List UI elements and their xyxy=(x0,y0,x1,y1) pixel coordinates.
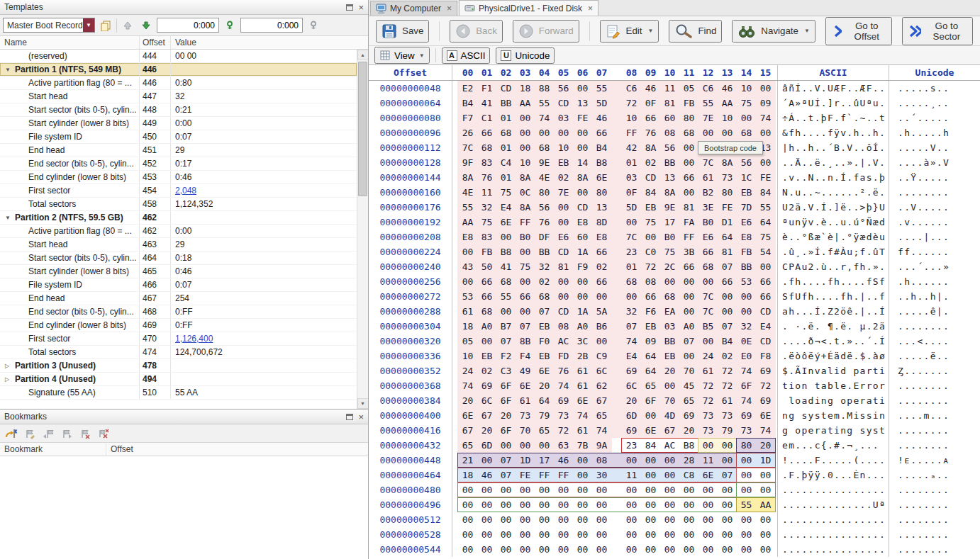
hex-byte[interactable]: 1D xyxy=(756,455,775,465)
hex-byte[interactable]: 6E xyxy=(573,395,592,406)
hex-byte[interactable]: 00 xyxy=(679,187,698,198)
hex-byte[interactable]: 74 xyxy=(611,336,641,346)
hex-byte[interactable]: 00 xyxy=(592,291,611,302)
float-panel-icon[interactable] xyxy=(346,4,353,11)
hex-byte[interactable]: 67 xyxy=(592,395,611,406)
hex-byte[interactable]: 79 xyxy=(535,410,554,421)
float-panel-icon[interactable] xyxy=(346,414,353,420)
hex-byte[interactable]: 69 xyxy=(756,395,775,406)
unicode-text[interactable]: ........ xyxy=(889,512,980,527)
hex-byte[interactable]: 8A xyxy=(516,172,535,183)
hex-byte[interactable]: 00 xyxy=(496,499,516,510)
hex-byte[interactable]: 76 xyxy=(641,128,660,138)
hex-byte[interactable]: 02 xyxy=(718,351,737,361)
hex-byte[interactable]: 6E xyxy=(535,366,554,376)
hex-byte[interactable]: 67 xyxy=(458,425,477,436)
previous-bookmark-button[interactable] xyxy=(41,427,55,441)
hex-byte[interactable]: 84 xyxy=(641,187,660,198)
hex-byte[interactable]: 6E xyxy=(516,380,535,391)
hex-byte[interactable]: 08 xyxy=(554,321,573,332)
hex-byte[interactable]: 3C xyxy=(573,336,592,346)
hex-byte[interactable]: 00 xyxy=(660,276,679,287)
ascii-text[interactable]: SfUfh....fh.|..f xyxy=(777,289,889,304)
hex-byte[interactable]: 00 xyxy=(458,514,477,525)
ascii-text[interactable]: ................ xyxy=(777,542,889,557)
hex-byte[interactable]: 5D xyxy=(592,98,611,108)
template-offset-secondary-input[interactable] xyxy=(240,18,303,33)
hex-byte[interactable]: F7 xyxy=(458,113,477,123)
hex-byte[interactable]: 09 xyxy=(641,336,660,346)
ascii-text[interactable]: ................ xyxy=(777,482,889,497)
hex-byte[interactable]: 00 xyxy=(496,306,516,317)
ascii-text[interactable]: &fh....fÿv.h..h. xyxy=(777,125,889,140)
hex-byte[interactable]: 74 xyxy=(756,113,775,123)
ascii-text[interactable]: è..°ßæ`è|.°ÿædèu xyxy=(777,230,889,244)
hex-byte[interactable]: F9 xyxy=(573,261,592,272)
unicode-text[interactable]: ....m... xyxy=(889,408,980,423)
hex-byte[interactable]: 00 xyxy=(660,499,679,510)
forward-button[interactable]: Forward xyxy=(513,20,579,43)
template-row[interactable]: Start cylinder (lower 8 bits)4490:00 xyxy=(0,117,357,130)
hex-byte[interactable]: E8 xyxy=(458,232,477,242)
hex-byte[interactable]: F4 xyxy=(516,351,535,361)
hex-byte[interactable]: 69 xyxy=(554,395,573,406)
ascii-text[interactable]: .v..N..n.Í.fas.þ xyxy=(777,170,889,185)
unicode-text[interactable]: ........ xyxy=(889,438,980,453)
template-row[interactable]: First sector4542,048 xyxy=(0,184,357,198)
hex-byte[interactable]: 66 xyxy=(592,128,611,138)
ascii-text[interactable]: .û¸.»Í.f#Àu;f.ûT xyxy=(777,244,889,259)
hex-byte[interactable]: 00 xyxy=(641,499,660,510)
hex-byte[interactable]: BB xyxy=(660,157,679,168)
hex-byte[interactable]: 13 xyxy=(573,98,592,108)
hex-byte[interactable]: 72 xyxy=(756,380,775,391)
hex-byte[interactable]: EA xyxy=(660,306,679,317)
hex-byte[interactable]: 68 xyxy=(535,142,554,153)
bootstrap-code[interactable]: B441BBAA55CD135D720F81FB55AA7509 xyxy=(457,96,776,111)
hex-byte[interactable]: 80 xyxy=(718,187,737,198)
hex-byte[interactable]: 7C xyxy=(698,291,718,302)
hex-byte[interactable]: 61 xyxy=(718,395,737,406)
hex-byte[interactable]: CD xyxy=(756,306,775,317)
hex-byte[interactable]: 00 xyxy=(679,514,698,525)
copy-template-button[interactable] xyxy=(98,18,113,33)
hex-byte[interactable]: 00 xyxy=(756,529,775,540)
hex-byte[interactable]: 00 xyxy=(477,485,496,495)
hex-byte[interactable]: 00 xyxy=(698,529,718,540)
hex-byte[interactable]: 11 xyxy=(611,470,641,480)
partition-3-entry[interactable]: 0000 xyxy=(736,468,776,482)
hex-byte[interactable]: 61 xyxy=(458,306,477,317)
partition-2-entry[interactable]: 001D xyxy=(736,453,776,468)
hex-byte[interactable]: 64 xyxy=(641,351,660,361)
hex-byte[interactable]: 76 xyxy=(477,172,496,183)
hex-byte[interactable]: 55 xyxy=(698,98,718,108)
mbr-signature[interactable]: 55AA xyxy=(736,497,776,512)
hex-byte[interactable]: 10 xyxy=(554,142,573,153)
hex-byte[interactable]: 00 xyxy=(718,544,737,555)
column-header-name[interactable]: Name xyxy=(0,36,140,49)
hex-byte[interactable]: 21 xyxy=(458,455,477,465)
hex-byte[interactable]: 00 xyxy=(477,336,496,346)
hex-byte[interactable]: B0 xyxy=(660,232,679,242)
unicode-text[interactable]: Ȥ....... xyxy=(889,363,980,378)
hex-byte[interactable]: 00 xyxy=(611,485,641,495)
hex-byte[interactable]: 00 xyxy=(756,514,775,525)
hex-byte[interactable]: 18 xyxy=(458,470,477,480)
goto-bookmark-button[interactable] xyxy=(4,427,18,441)
bootstrap-code[interactable]: 5532E48A5600CD135DEB9E813EFE7D55 xyxy=(457,200,776,215)
tab-physicaldrive1-fixed-disk[interactable]: PhysicalDrive1 - Fixed Disk× xyxy=(459,0,598,16)
ascii-text[interactable]: ÷Á..t.þF.f`.~..t xyxy=(777,111,889,125)
hex-byte[interactable]: 11 xyxy=(477,187,496,198)
hex-byte[interactable]: 83 xyxy=(477,157,496,168)
ascii-text[interactable]: ..Ä..ë.¸..».|.V. xyxy=(777,155,889,170)
hex-byte[interactable]: 65 xyxy=(458,440,477,451)
hex-byte[interactable]: F1 xyxy=(477,83,496,94)
hex-byte[interactable]: 68 xyxy=(698,261,718,272)
hex-byte[interactable]: 00 xyxy=(516,247,535,257)
hex-byte[interactable]: 08 xyxy=(660,128,679,138)
sector-link[interactable]: 1,126,400 xyxy=(175,334,213,344)
hex-byte[interactable]: 00 xyxy=(516,113,535,123)
hex-byte[interactable]: 0F xyxy=(611,187,641,198)
hex-byte[interactable]: 61 xyxy=(698,366,718,376)
hex-byte[interactable]: BB xyxy=(496,98,516,108)
hex-byte[interactable]: 4D xyxy=(660,410,679,421)
